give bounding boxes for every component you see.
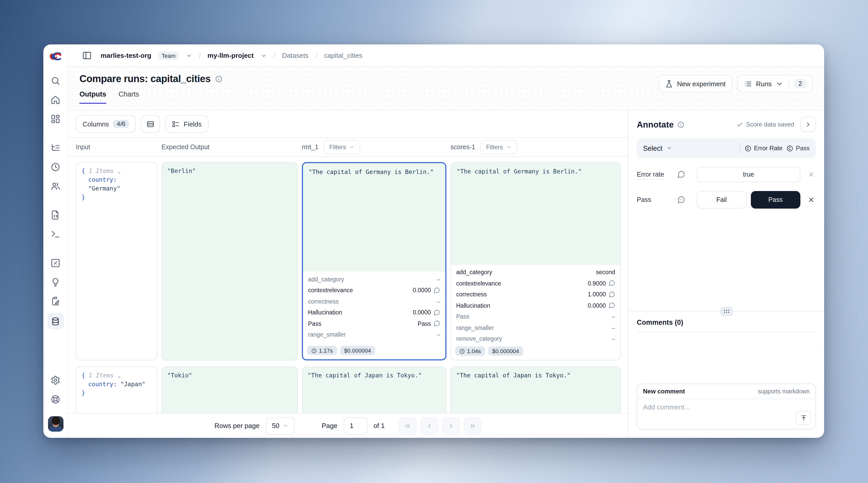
breadcrumb-org[interactable]: marlies-test-org <box>101 52 151 59</box>
clear-score-icon[interactable] <box>807 171 816 178</box>
run-output-text: "The capital of Germany is Berlin." <box>451 163 620 265</box>
next-page-button[interactable] <box>442 417 460 434</box>
comment-bubble-icon <box>609 291 615 298</box>
column-header-run1: rmt_1 <box>302 144 318 151</box>
score-config-select[interactable]: Select <box>643 144 672 152</box>
annotation-clipboard-icon[interactable] <box>48 294 63 308</box>
breadcrumb-datasets[interactable]: Datasets <box>282 52 309 59</box>
run1-filters-button[interactable]: Filters <box>323 140 360 154</box>
config-chip-error-rate[interactable]: Error Rate <box>745 145 783 152</box>
run1-output-cell[interactable]: "The capital of Japan is Tokyo." <box>302 367 446 413</box>
chevrons-left-icon <box>404 422 411 429</box>
comments-section: Comments (0) New comment supports markdo… <box>628 311 824 438</box>
panel-section-divider <box>628 311 824 311</box>
user-avatar[interactable] <box>48 416 63 432</box>
page-of-label: of 1 <box>374 422 385 429</box>
clock-icon <box>459 348 465 354</box>
run-output-text: "The capital of Germany is Berlin." <box>303 163 445 272</box>
evals-lightbulb-icon[interactable] <box>48 275 63 289</box>
home-icon[interactable] <box>48 92 63 107</box>
rows-per-page-select[interactable]: 50 <box>266 417 295 434</box>
org-logo[interactable] <box>49 51 62 62</box>
save-status: Score data saved <box>736 121 794 128</box>
cost-chip: $0.000004 <box>488 346 523 356</box>
score-list: add_categorysecond contextrelevance0.900… <box>451 265 620 344</box>
annotate-panel: Annotate Score data saved Select <box>628 111 824 438</box>
chevron-down-icon[interactable] <box>260 52 267 59</box>
breadcrumb-project[interactable]: my-llm-project <box>208 52 254 59</box>
columns-count-badge: 4/6 <box>113 120 129 128</box>
datasets-database-icon[interactable] <box>47 313 64 329</box>
new-experiment-button[interactable]: New experiment <box>658 75 732 92</box>
list-icon <box>744 80 752 88</box>
fields-button[interactable]: Fields <box>165 115 208 133</box>
run1-output-cell-selected[interactable]: "The capital of Germany is Berlin." add_… <box>302 162 446 360</box>
info-icon[interactable] <box>677 121 684 128</box>
comment-bubble-icon <box>433 287 440 294</box>
check-icon <box>736 121 743 128</box>
page-number-input[interactable] <box>344 417 367 434</box>
expected-output-cell[interactable]: "Berlin" <box>161 162 298 360</box>
run2-output-cell[interactable]: "The capital of Germany is Berlin." add_… <box>451 162 621 360</box>
copyright-circle-icon <box>745 145 751 152</box>
support-lifebuoy-icon[interactable] <box>48 392 63 406</box>
input-cell[interactable]: { 1 Items ⌄ country: "Germany" } <box>76 162 157 360</box>
new-comment-card: New comment supports markdown <box>637 384 816 429</box>
breadcrumb-dataset-name[interactable]: capital_cities <box>324 52 362 59</box>
column-header-input: Input <box>76 144 157 151</box>
info-icon[interactable] <box>215 76 222 83</box>
expected-output-cell[interactable]: "Tokio" <box>161 367 298 413</box>
annotate-title: Annotate <box>637 120 674 129</box>
submit-comment-button[interactable] <box>796 411 811 425</box>
sidebar-bottom <box>48 373 63 432</box>
comment-bubble-icon <box>433 309 440 316</box>
comment-bubble-icon[interactable] <box>677 170 690 179</box>
row-height-button[interactable] <box>141 115 160 133</box>
chevron-down-icon: ⌄ <box>117 372 121 379</box>
sessions-clock-icon[interactable] <box>48 159 63 174</box>
comment-input[interactable] <box>637 399 815 429</box>
users-icon[interactable] <box>48 179 63 193</box>
rows-per-page-label: Rows per page <box>214 422 259 429</box>
resize-grip-handle[interactable] <box>720 307 733 316</box>
error-rate-value-input[interactable] <box>697 167 800 182</box>
run2-filters-button[interactable]: Filters <box>480 140 517 154</box>
pagination-bar: Rows per page 50 Page of 1 <box>68 413 628 438</box>
column-header-expected-output: Expected Output <box>161 144 298 151</box>
collapse-panel-button[interactable] <box>800 117 816 132</box>
run2-output-cell[interactable]: "The capital of Japan is Tokyo." <box>451 367 621 413</box>
tab-outputs[interactable]: Outputs <box>80 90 106 104</box>
first-page-button[interactable] <box>399 417 417 434</box>
runs-button[interactable]: Runs 2 <box>738 75 813 92</box>
sidebar-nav <box>47 73 64 329</box>
comments-title: Comments (0) <box>637 319 816 332</box>
chevron-right-icon <box>805 121 812 128</box>
run-metrics: 1.17s $0.000004 <box>303 344 445 359</box>
input-cell[interactable]: { 1 Items ⌄ country: "Japan" } <box>76 367 157 413</box>
last-page-button[interactable] <box>464 417 482 434</box>
search-icon[interactable] <box>48 73 63 88</box>
comment-bubble-dots-icon[interactable] <box>677 196 690 204</box>
scores-percent-icon[interactable] <box>48 255 63 270</box>
chevron-down-icon <box>506 145 511 150</box>
markdown-hint: supports markdown <box>758 388 810 394</box>
chevron-down-icon: ⌄ <box>117 167 121 175</box>
playground-terminal-icon[interactable] <box>48 227 63 241</box>
fail-button[interactable]: Fail <box>697 191 746 209</box>
chevron-down-icon <box>666 145 672 151</box>
columns-button[interactable]: Columns 4/6 <box>76 115 136 133</box>
settings-gear-icon[interactable] <box>48 373 63 387</box>
config-chip-pass[interactable]: Pass <box>787 145 810 152</box>
previous-page-button[interactable] <box>421 417 438 434</box>
tracing-tree-icon[interactable] <box>48 141 63 155</box>
latency-chip: 1.17s <box>307 346 337 355</box>
prompts-file-icon[interactable] <box>48 208 63 222</box>
sidebar-toggle-icon[interactable] <box>80 48 94 63</box>
copyright-circle-icon <box>787 145 794 152</box>
clear-score-icon[interactable] <box>807 196 816 204</box>
tab-charts[interactable]: Charts <box>119 90 140 104</box>
pass-button[interactable]: Pass <box>751 191 800 209</box>
dashboards-icon[interactable] <box>48 112 63 126</box>
chevron-down-icon[interactable] <box>186 52 192 59</box>
org-type-badge: Team <box>158 51 179 60</box>
